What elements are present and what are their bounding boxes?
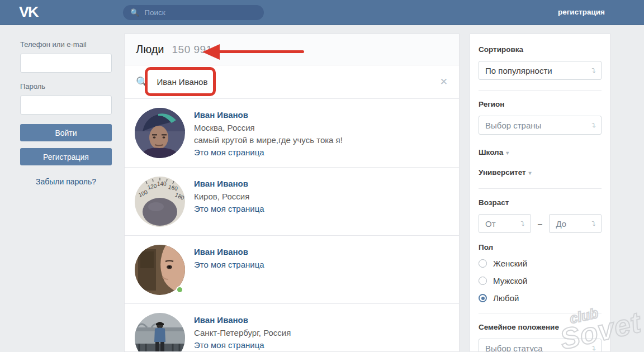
search-result-row[interactable]: 100 120 140 160 180 Иван Иванов Киров, Р… <box>125 168 459 236</box>
sort-select[interactable]: По популярности ⤵︎ <box>479 61 602 80</box>
result-info: Иван Иванов Санкт-Петербург, Россия Это … <box>194 313 291 352</box>
result-info: Иван Иванов Это моя страница <box>194 245 264 295</box>
chevron-down-icon: ⤵︎ <box>591 220 595 227</box>
university-filter-toggle[interactable]: Университет▾ <box>479 168 602 177</box>
email-label: Телефон или e-mail <box>20 40 112 49</box>
chevron-down-icon: ▾ <box>529 170 532 176</box>
my-page-link[interactable]: Это моя страница <box>194 146 343 159</box>
age-label: Возраст <box>479 198 602 207</box>
search-result-row[interactable]: Иван Иванов Москва, Россия самый крутой … <box>125 99 459 168</box>
avatar[interactable] <box>135 245 185 295</box>
email-field[interactable] <box>20 54 112 73</box>
school-filter-toggle[interactable]: Школа▾ <box>479 148 602 156</box>
search-filters-panel: Сортировка По популярности ⤵︎ Регион Выб… <box>470 34 610 352</box>
result-info: Иван Иванов Москва, Россия самый крутой … <box>194 108 343 159</box>
gender-option-male[interactable]: Мужской <box>479 276 602 286</box>
avatar-photo-scale-dial: 100 120 140 160 180 <box>135 177 185 227</box>
sort-label: Сортировка <box>479 45 602 54</box>
vk-logo[interactable]: VK <box>19 4 38 20</box>
result-name-link[interactable]: Иван Иванов <box>194 314 291 326</box>
online-indicator <box>176 286 183 293</box>
result-city: Санкт-Петербург, Россия <box>194 327 291 339</box>
radio-checked-icon[interactable] <box>479 294 487 302</box>
search-icon: 🔍 <box>130 8 139 17</box>
gender-option-female[interactable]: Женский <box>479 259 602 268</box>
chevron-down-icon: ⤵︎ <box>591 345 595 351</box>
result-info: Иван Иванов Киров, Россия Это моя страни… <box>194 177 264 227</box>
radio-unchecked-icon[interactable] <box>479 259 487 268</box>
result-name-link[interactable]: Иван Иванов <box>194 109 343 121</box>
result-name-link[interactable]: Иван Иванов <box>194 178 264 190</box>
red-arrowhead-annotation <box>202 44 220 60</box>
gender-option-any[interactable]: Любой <box>479 293 602 303</box>
my-page-link[interactable]: Это моя страница <box>194 259 264 271</box>
gender-label: Пол <box>479 243 602 251</box>
page-title: Люди <box>136 43 164 56</box>
radio-unchecked-icon[interactable] <box>479 277 487 285</box>
password-label: Пароль <box>20 82 112 91</box>
my-page-link[interactable]: Это моя страница <box>194 339 291 351</box>
red-arrow-annotation <box>218 50 304 53</box>
my-page-link[interactable]: Это моя страница <box>194 203 264 215</box>
result-name-link[interactable]: Иван Иванов <box>194 246 264 258</box>
divider <box>479 188 602 189</box>
result-city: Киров, Россия <box>194 191 264 203</box>
age-from-select[interactable]: От ⤵︎ <box>479 214 531 233</box>
sort-value: По популярности <box>485 66 552 75</box>
login-form: Телефон или e-mail Пароль Войти Регистра… <box>20 40 112 186</box>
search-result-row[interactable]: Иван Иванов Санкт-Петербург, Россия Это … <box>125 304 459 352</box>
result-status: самый крутой в мире,где учусь тока я! <box>194 134 343 146</box>
region-placeholder: Выбор страны <box>485 121 541 130</box>
family-status-select[interactable]: Выбор статуса ⤵︎ <box>479 339 602 352</box>
age-to-select[interactable]: До ⤵︎ <box>549 214 602 233</box>
chevron-down-icon: ⤵︎ <box>591 67 595 74</box>
divider <box>479 313 602 313</box>
login-button[interactable]: Войти <box>20 124 112 141</box>
search-result-row[interactable]: Иван Иванов Это моя страница <box>125 236 459 304</box>
registration-link[interactable]: регистрация <box>558 8 605 16</box>
family-status-label: Семейное положение <box>479 323 602 331</box>
avatar-photo-capped-man <box>135 108 185 158</box>
results-header: Люди 150 991 <box>125 34 459 65</box>
forgot-password-link[interactable]: Забыли пароль? <box>20 177 112 186</box>
age-range: От ⤵︎ – До ⤵︎ <box>479 214 602 233</box>
avatar[interactable] <box>135 108 185 158</box>
chevron-down-icon: ⤵︎ <box>520 220 525 227</box>
result-city: Москва, Россия <box>194 122 343 134</box>
family-status-placeholder: Выбор статуса <box>485 344 543 352</box>
register-button[interactable]: Регистрация <box>20 148 112 165</box>
region-label: Регион <box>479 100 602 108</box>
region-select[interactable]: Выбор страны ⤵︎ <box>479 116 602 135</box>
chevron-down-icon: ⤵︎ <box>591 122 595 129</box>
svg-text:140: 140 <box>157 181 167 187</box>
avatar[interactable] <box>135 313 185 352</box>
global-search-input[interactable] <box>144 8 257 17</box>
age-separator: – <box>531 219 550 228</box>
divider <box>479 90 602 91</box>
clear-search-icon[interactable]: ✕ <box>440 77 448 87</box>
avatar-photo-man-on-bridge <box>135 313 185 352</box>
red-box-annotation <box>145 67 216 96</box>
avatar[interactable]: 100 120 140 160 180 <box>135 177 185 227</box>
top-navigation-bar: VK 🔍 регистрация <box>0 0 644 25</box>
password-field[interactable] <box>20 96 112 115</box>
chevron-down-icon: ▾ <box>506 150 509 156</box>
global-search[interactable]: 🔍 <box>123 5 264 20</box>
